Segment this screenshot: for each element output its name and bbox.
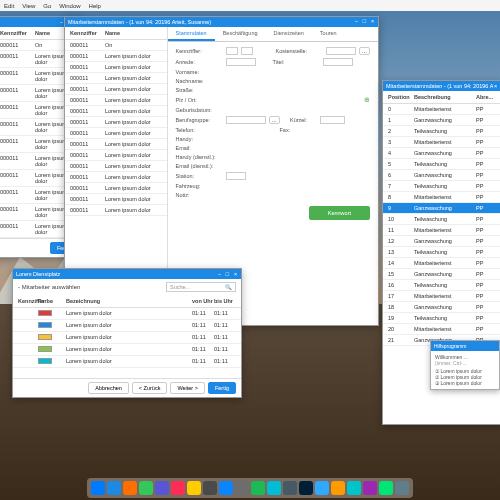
table-row[interactable]: 3MitarbeiterienstPP (383, 137, 500, 148)
table-row[interactable]: 9GanzwaschungPP (383, 203, 500, 214)
menu-item[interactable]: Edit (4, 3, 14, 9)
table-row[interactable]: 000011Lorem ipsum dolor (65, 183, 167, 194)
table-row[interactable]: 6GanzwaschungPP (383, 170, 500, 181)
table-row[interactable]: 11MitarbeiterienstPP (383, 225, 500, 236)
table-row[interactable]: 0MitarbeiterienstPP (383, 104, 500, 115)
table-row[interactable]: 4GanzwaschungPP (383, 148, 500, 159)
search-input[interactable]: Suche...🔍 (166, 282, 236, 292)
select-window[interactable]: Lorem Dienstplatz – □ × - Mitarbeiter au… (12, 268, 242, 398)
table-row[interactable]: 000011Lorem ipsum dolor (65, 150, 167, 161)
dock-app-icon[interactable] (203, 481, 217, 495)
table-row[interactable]: 14MitarbeiterienstPP (383, 258, 500, 269)
table-row[interactable]: 000011Lorem ipsum dolor (65, 205, 167, 216)
table-row[interactable]: 15GanzwaschungPP (383, 269, 500, 280)
table-row[interactable]: 000011On (65, 40, 167, 51)
kennwort-button[interactable]: Kennwort (309, 206, 370, 220)
dock-app-icon[interactable] (139, 481, 153, 495)
table-row[interactable]: 17MitarbeiterienstPP (383, 291, 500, 302)
tab-stammdaten[interactable]: Stammdaten (168, 27, 215, 41)
dock-app-icon[interactable] (91, 481, 105, 495)
fertig-button[interactable]: Fertig (208, 382, 236, 394)
station-input[interactable] (226, 172, 246, 180)
dock-app-icon[interactable] (155, 481, 169, 495)
table-row[interactable]: 000011Lorem ipsum dolor (65, 117, 167, 128)
dock-app-icon[interactable] (363, 481, 377, 495)
lookup-button[interactable]: … (269, 116, 281, 124)
dock-app-icon[interactable] (347, 481, 361, 495)
table-row[interactable]: 000011Lorem ipsum dolor (65, 172, 167, 183)
zuruck-button[interactable]: < Zurück (132, 382, 168, 394)
dock-app-icon[interactable] (299, 481, 313, 495)
table-row[interactable]: 000011Lorem ipsum dolor (65, 139, 167, 150)
titlebar[interactable]: Lorem Dienstplatz – □ × (13, 269, 241, 279)
menu-item[interactable]: Go (43, 3, 51, 9)
weiter-button[interactable]: Weiter > (170, 382, 205, 394)
dock-app-icon[interactable] (267, 481, 281, 495)
table-row[interactable]: 20MitarbeiterienstPP (383, 324, 500, 335)
table-row[interactable]: Lorem ipsum dolor01:1101:11 (13, 308, 241, 320)
kostenstelle-input[interactable] (326, 47, 356, 55)
dock-app-icon[interactable] (251, 481, 265, 495)
dock-app-icon[interactable] (331, 481, 345, 495)
abbrechen-button[interactable]: Abbrechen (88, 382, 129, 394)
dock[interactable] (87, 478, 413, 498)
table-row[interactable]: 7TeilwaschungPP (383, 181, 500, 192)
table-row[interactable]: 19TeilwaschungPP (383, 313, 500, 324)
table-row[interactable]: 13TeilwaschungPP (383, 247, 500, 258)
dock-app-icon[interactable] (395, 481, 409, 495)
table-row[interactable]: 12GanzwaschungPP (383, 236, 500, 247)
table-row[interactable]: Lorem ipsum dolor01:1101:11 (13, 356, 241, 368)
dock-app-icon[interactable] (283, 481, 297, 495)
tab-beschaeftigung[interactable]: Beschäftigung (215, 27, 266, 41)
lookup-button[interactable]: … (359, 47, 371, 55)
dock-app-icon[interactable] (123, 481, 137, 495)
table-row[interactable]: 000011Lorem ipsum dolor (65, 84, 167, 95)
dock-app-icon[interactable] (187, 481, 201, 495)
table-row[interactable]: Lorem ipsum dolor01:1101:11 (13, 332, 241, 344)
dock-app-icon[interactable] (219, 481, 233, 495)
kennziffer-input2[interactable] (241, 47, 253, 55)
table-row[interactable]: 000011Lorem ipsum dolor (65, 161, 167, 172)
titlebar[interactable]: Mitarbeiterstammdaten - (1 von 94: 20196… (65, 17, 378, 27)
menu-item[interactable]: Window (59, 3, 80, 9)
table-row[interactable]: Lorem ipsum dolor01:1101:11 (13, 320, 241, 332)
dock-app-icon[interactable] (315, 481, 329, 495)
kurzel-input[interactable] (320, 116, 345, 124)
table-row[interactable]: 5TeilwaschungPP (383, 159, 500, 170)
minimize-icon[interactable]: – (217, 272, 222, 277)
table-row[interactable]: 000011Lorem ipsum dolor (65, 73, 167, 84)
maximize-icon[interactable]: □ (362, 19, 367, 24)
close-icon[interactable]: × (233, 272, 238, 277)
dock-app-icon[interactable] (171, 481, 185, 495)
table-row[interactable]: 000011Lorem ipsum dolor (65, 62, 167, 73)
table-row[interactable]: Lorem ipsum dolor01:1101:11 (13, 344, 241, 356)
titlebar[interactable]: Mitarbeiterstammdaten - (1 von 94: 20196… (383, 81, 500, 91)
kennziffer-input[interactable] (226, 47, 238, 55)
tab-dienstzeiten[interactable]: Dienstzeiten (266, 27, 312, 41)
dock-app-icon[interactable] (235, 481, 249, 495)
dock-app-icon[interactable] (107, 481, 121, 495)
table-row[interactable]: 1GanzwaschungPP (383, 115, 500, 126)
table-row[interactable]: 2TeilwaschungPP (383, 126, 500, 137)
table-row[interactable]: 16TeilwaschungPP (383, 280, 500, 291)
table-row[interactable]: 10TeilwaschungPP (383, 214, 500, 225)
titel-input[interactable] (323, 58, 353, 66)
dock-app-icon[interactable] (379, 481, 393, 495)
table-row[interactable]: 000011Lorem ipsum dolor (65, 194, 167, 205)
menu-item[interactable]: View (22, 3, 35, 9)
table-row[interactable]: 000011Lorem ipsum dolor (65, 95, 167, 106)
close-icon[interactable]: × (493, 84, 498, 89)
anrede-input[interactable] (226, 58, 256, 66)
menu-item[interactable]: Help (89, 3, 101, 9)
table-row[interactable]: 000011Lorem ipsum dolor (65, 128, 167, 139)
berufsgruppe-input[interactable] (226, 116, 266, 124)
maximize-icon[interactable]: □ (225, 272, 230, 277)
table-row[interactable]: 18GanzwaschungPP (383, 302, 500, 313)
table-row[interactable]: 000011Lorem ipsum dolor (65, 51, 167, 62)
table-row[interactable]: 000011Lorem ipsum dolor (65, 106, 167, 117)
close-icon[interactable]: × (370, 19, 375, 24)
tab-touren[interactable]: Touren (312, 27, 345, 41)
table-row[interactable]: 8MitarbeiterienstPP (383, 192, 500, 203)
check-icon[interactable]: ⊕ (364, 96, 370, 104)
help-popup[interactable]: Hilfsprogramm Willkommen ... (immer, Ctr… (430, 340, 500, 390)
